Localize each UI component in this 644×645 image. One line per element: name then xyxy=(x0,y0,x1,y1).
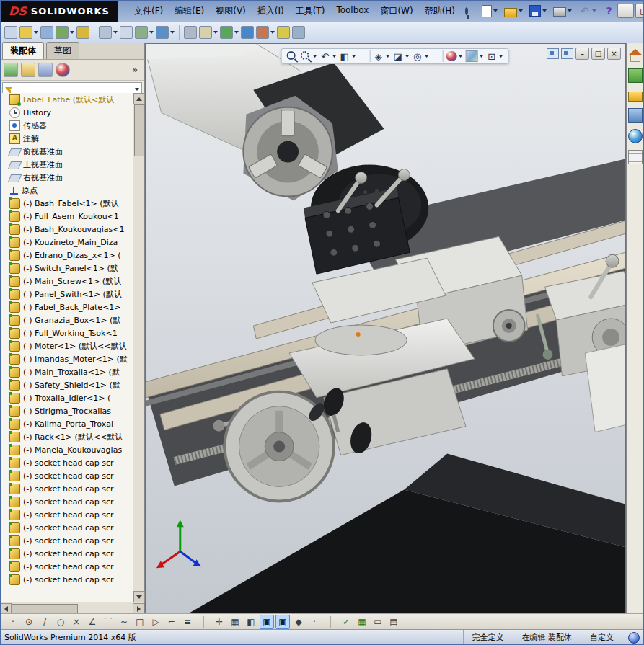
dropdown-caret-icon[interactable] xyxy=(493,9,498,12)
toolbar-button[interactable] xyxy=(241,26,254,39)
sketch-tool-button[interactable]: · xyxy=(6,615,20,629)
panel-overflow-chevron[interactable]: » xyxy=(129,65,141,75)
view-tool-button[interactable] xyxy=(431,50,443,62)
sketch-tool-button[interactable]: ▦ xyxy=(355,615,369,629)
tree-item[interactable]: (-) socket head cap scr xyxy=(0,573,133,586)
dropdown-caret-icon[interactable] xyxy=(542,9,547,12)
toolbar-button[interactable] xyxy=(184,26,197,39)
tree-item[interactable]: 传感器 xyxy=(0,119,133,132)
toolbar-button[interactable] xyxy=(156,26,175,39)
panel-tab-icon[interactable] xyxy=(38,63,53,77)
sketch-tool-button[interactable]: ▣ xyxy=(275,615,290,629)
sketch-tool-button[interactable]: ◆ xyxy=(291,615,306,629)
toolbar-button[interactable] xyxy=(120,26,133,39)
sketch-tool-button[interactable]: ⊙ xyxy=(22,615,36,629)
tree-item[interactable]: (-) Panel_Swith<1> (默认 xyxy=(0,288,133,301)
tree-vertical-scrollbar[interactable] xyxy=(133,93,144,602)
sketch-tool-button[interactable]: ▷ xyxy=(149,615,163,629)
tree-item[interactable]: (-) socket head cap scr xyxy=(0,482,133,495)
sketch-tool-button[interactable]: ∠ xyxy=(85,615,100,629)
toolbar-button[interactable] xyxy=(179,25,180,40)
doc-minimize-button[interactable]: – xyxy=(575,48,589,60)
tree-item[interactable]: (-) Kouzineto_Main_Diza xyxy=(0,236,133,249)
sketch-tool-button[interactable]: ▦ xyxy=(228,615,242,629)
view-tool-button[interactable]: ◧ xyxy=(339,51,356,62)
sketch-tool-button[interactable]: ✓ xyxy=(339,615,353,629)
view-tool-button[interactable] xyxy=(300,51,317,62)
dropdown-caret-icon[interactable] xyxy=(70,31,74,34)
tree-item[interactable]: 前视基准面 xyxy=(0,145,133,158)
tree-item[interactable]: (-) Troxalia_Idler<1> ( xyxy=(0,391,133,404)
sketch-tool-button[interactable]: ▤ xyxy=(387,615,401,629)
tree-horizontal-scrollbar[interactable] xyxy=(0,602,144,614)
tree-item[interactable]: History xyxy=(0,106,133,119)
dropdown-caret-icon[interactable] xyxy=(519,9,523,12)
dropdown-caret-icon[interactable] xyxy=(34,31,38,34)
tree-item[interactable]: (-) Bash_Fabel<1> (默认 xyxy=(0,197,133,210)
task-pane-icon[interactable] xyxy=(628,92,643,102)
model-3d-lathe[interactable] xyxy=(146,44,625,613)
view-tool-button[interactable]: ◎ xyxy=(412,51,428,62)
tree-item[interactable]: (-) socket head cap scr xyxy=(0,495,133,508)
task-pane-icon[interactable] xyxy=(628,129,643,143)
toolbar-button[interactable] xyxy=(56,26,74,39)
tree-item[interactable]: (-) Full_Asem_Koukou<1 xyxy=(0,210,133,223)
pane-toggle-icon[interactable] xyxy=(561,48,573,59)
menu-item[interactable]: 编辑(E) xyxy=(169,2,210,20)
maximize-button[interactable]: □ xyxy=(635,4,644,18)
menu-item[interactable]: 窗口(W) xyxy=(374,2,418,20)
tree-item[interactable]: (-) Main_Troxalia<1> (默 xyxy=(0,365,133,378)
view-tool-button[interactable]: ◈ xyxy=(373,51,389,62)
quick-access-button[interactable]: ? xyxy=(601,4,617,19)
scrollbar-thumb[interactable] xyxy=(12,604,78,614)
tree-item[interactable]: (-) Bash_Koukouvagias<1 xyxy=(0,223,133,236)
toolbar-button[interactable] xyxy=(94,25,94,40)
toolbar-button[interactable] xyxy=(19,26,38,39)
tree-item[interactable]: (-) Kalima_Porta_Troxal xyxy=(0,417,133,430)
quick-access-button[interactable] xyxy=(527,4,549,18)
sketch-tool-button[interactable]: ▣ xyxy=(260,615,274,629)
toolbar-button[interactable] xyxy=(76,26,89,39)
tree-item[interactable]: (-) socket head cap scr xyxy=(0,456,133,469)
toolbar-button[interactable] xyxy=(40,26,53,39)
view-tool-button[interactable] xyxy=(358,50,370,62)
sketch-tool-button[interactable]: × xyxy=(69,615,84,629)
menu-item[interactable]: 插入(I) xyxy=(252,2,290,20)
tree-item[interactable]: (-) socket head cap scr xyxy=(0,560,133,573)
menu-item[interactable]: 视图(V) xyxy=(210,2,252,20)
tree-item[interactable]: (-) Granazia_Box<1> (默 xyxy=(0,313,133,326)
toolbar-button[interactable] xyxy=(292,26,305,39)
panel-tab-icon[interactable] xyxy=(21,63,35,77)
menu-item[interactable]: 文件(F) xyxy=(128,2,169,20)
menu-item[interactable]: 工具(T) xyxy=(290,2,331,20)
tree-item[interactable]: (-) socket head cap scr xyxy=(0,547,133,560)
sketch-tool-button[interactable]: · xyxy=(307,615,322,629)
dropdown-caret-icon[interactable] xyxy=(234,31,239,34)
panel-tab-icon[interactable] xyxy=(56,63,70,77)
task-pane-icon[interactable] xyxy=(628,150,643,164)
graphics-viewport[interactable]: ↶ ◧ ◈ xyxy=(145,43,626,614)
tree-item[interactable]: (-) socket head cap scr xyxy=(0,534,133,547)
sketch-tool-button[interactable]: ▭ xyxy=(371,615,385,629)
tree-item[interactable]: (-) Edrano_Dizas_x<1> ( xyxy=(0,249,133,262)
tree-item[interactable]: (-) socket head cap scr xyxy=(0,521,133,534)
tree-item[interactable]: (-) Full_Working_Tsok<1 xyxy=(0,326,133,339)
dropdown-caret-icon[interactable] xyxy=(458,55,462,58)
tree-item[interactable]: 右视基准面 xyxy=(0,171,133,184)
tree-item[interactable]: (-) Safety_Shield<1> (默 xyxy=(0,378,133,391)
minimize-button[interactable]: – xyxy=(617,4,634,18)
toolbar-button[interactable] xyxy=(199,26,218,39)
filter-caret-icon[interactable] xyxy=(135,88,139,91)
view-tool-button[interactable]: ◪ xyxy=(392,51,409,62)
tree-item[interactable]: (-) Switch_Panel<1> (默 xyxy=(0,262,133,275)
pane-toggle-icon[interactable] xyxy=(547,48,559,59)
dropdown-caret-icon[interactable] xyxy=(213,31,218,34)
dropdown-caret-icon[interactable] xyxy=(592,9,596,12)
dropdown-caret-icon[interactable] xyxy=(113,31,118,34)
sketch-tool-button[interactable]: ○ xyxy=(53,615,68,629)
handwheel[interactable] xyxy=(225,392,334,502)
task-pane-icon[interactable] xyxy=(628,68,643,83)
status-help-sphere-icon[interactable] xyxy=(628,632,640,644)
sketch-tool-button[interactable] xyxy=(196,615,211,629)
tree-item[interactable]: 注解 xyxy=(0,132,133,145)
